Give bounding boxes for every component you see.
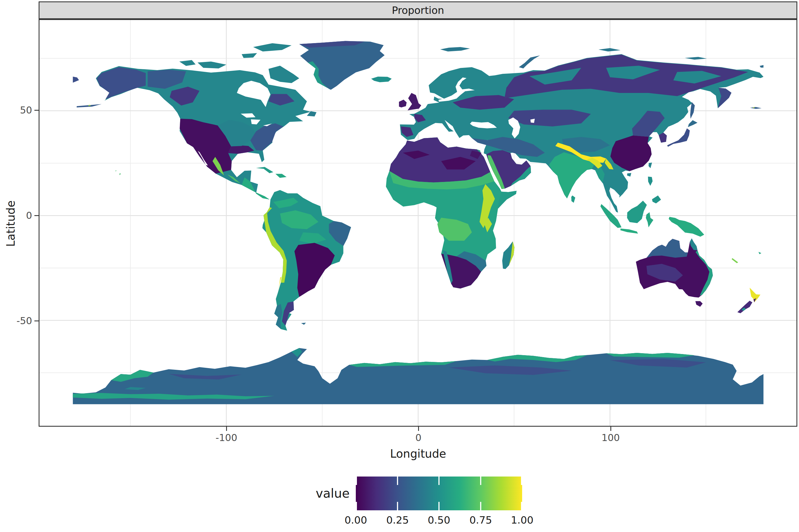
plot-figure: Proportion: [0, 0, 799, 532]
hispaniola: [275, 174, 287, 178]
hainan: [627, 173, 631, 176]
legend-label: 0.50: [419, 514, 459, 526]
legend-label: 0.75: [461, 514, 501, 526]
luzon: [648, 176, 652, 186]
legend-tick: [521, 502, 522, 510]
aleutian-west-dashes: [750, 107, 762, 109]
banks-island: [179, 60, 196, 66]
iceland: [371, 77, 392, 82]
java: [620, 229, 638, 234]
devon-island: [242, 53, 257, 58]
y-axis-title: Latitude: [4, 195, 17, 252]
legend-label: 1.00: [503, 514, 542, 526]
brazil-south-patch: [294, 243, 335, 297]
borneo: [627, 201, 647, 223]
australia-north-patch: [647, 239, 688, 258]
victoria-island: [198, 61, 226, 69]
dateline-sliver-west: [73, 77, 79, 83]
sulawesi: [646, 212, 654, 228]
legend-tick: [521, 476, 522, 485]
world-map-canvas: [39, 20, 797, 426]
x-tick-mark: [226, 427, 227, 431]
facet-strip-title: Proportion: [392, 4, 444, 16]
y-tick-mark: [34, 215, 39, 216]
y-tick-mark: [34, 321, 39, 321]
legend-title: value: [293, 486, 350, 500]
great-britain: [408, 93, 421, 110]
nz-south-island: [737, 301, 752, 314]
new-guinea: [669, 217, 704, 237]
hawaii: [115, 170, 121, 175]
sahara-patch: [389, 137, 490, 183]
ellesmere-island: [253, 43, 292, 52]
wrangel-island: [760, 65, 763, 68]
fiji: [758, 252, 761, 254]
legend-tick: [356, 502, 357, 510]
severnaya-zemlya: [599, 48, 620, 52]
cuba: [256, 167, 273, 173]
x-tick-label: -100: [204, 432, 249, 443]
ireland: [399, 100, 406, 108]
facet-strip: Proportion: [39, 1, 797, 19]
legend-tick: [438, 476, 439, 485]
y-tick-label: 50: [8, 104, 32, 116]
legend-label: 0.25: [378, 514, 417, 526]
y-tick-label: -50: [8, 315, 32, 326]
new-siberian-islands: [685, 57, 707, 60]
legend-label: 0.00: [336, 514, 376, 526]
sri-lanka: [571, 195, 575, 203]
novaya-zemlya: [519, 56, 540, 69]
taiwan: [649, 163, 652, 168]
falkland-islands: [301, 323, 306, 325]
legend-colorbar: [356, 476, 522, 510]
x-tick-label: 100: [588, 432, 633, 443]
baffin-island: [268, 65, 299, 83]
x-tick-label: 0: [396, 432, 441, 443]
y-tick-mark: [34, 110, 39, 111]
japan-honshu: [667, 129, 690, 147]
japan-hokkaido: [688, 120, 697, 127]
y-tick-label: 0: [8, 210, 32, 221]
mindanao: [652, 195, 661, 203]
legend-tick: [356, 476, 357, 485]
x-tick-mark: [611, 427, 611, 431]
legend-tick: [397, 502, 398, 510]
legend-tick: [480, 476, 481, 485]
x-tick-mark: [418, 427, 419, 431]
tasmania: [695, 301, 703, 307]
plot-panel: [39, 19, 797, 427]
legend-tick: [480, 502, 481, 510]
legend-tick: [438, 502, 439, 510]
legend-tick: [397, 476, 398, 485]
x-axis-title: Longitude: [362, 447, 474, 460]
new-caledonia: [732, 258, 738, 263]
svalbard: [440, 47, 470, 52]
